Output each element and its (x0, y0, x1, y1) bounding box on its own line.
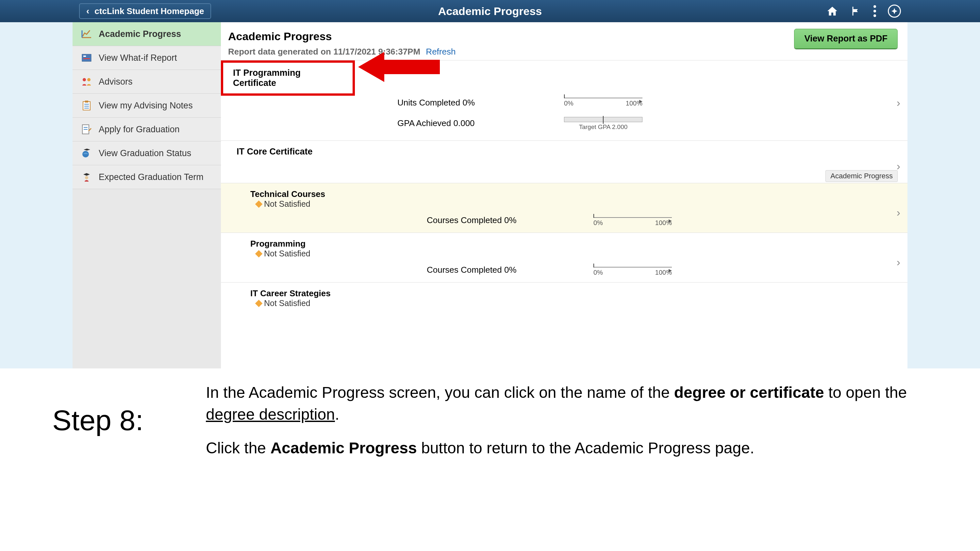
units-bar: ▸ (564, 98, 643, 98)
instruction-text: In the Academic Progress screen, you can… (206, 381, 928, 459)
svg-rect-2 (83, 58, 90, 59)
sidebar-item-advising-notes[interactable]: View my Advising Notes (73, 94, 221, 118)
not-satisfied-label: Not Satisfied (264, 299, 310, 308)
globe-cap-icon (80, 148, 93, 159)
chevron-right-icon[interactable]: › (897, 96, 900, 109)
pct-0: 0% (564, 100, 573, 107)
more-icon[interactable] (873, 5, 876, 17)
page-title: Academic Progress (438, 5, 542, 17)
main-content: Academic Progress View Report as PDF Rep… (221, 22, 907, 368)
sidebar-item-label: Academic Progress (99, 29, 181, 39)
not-satisfied-label: Not Satisfied (264, 199, 310, 209)
sidebar-item-label: Advisors (99, 77, 133, 87)
courses-bar: ▸ (593, 267, 672, 267)
svg-rect-1 (83, 56, 86, 57)
it-core-title[interactable]: IT Core Certificate (237, 147, 413, 157)
sidebar-item-advisors[interactable]: Advisors (73, 70, 221, 94)
sidebar-item-apply-grad[interactable]: Apply for Graduation (73, 118, 221, 141)
units-completed-label: Units Completed 0% (397, 98, 564, 108)
diamond-icon (255, 300, 263, 307)
not-satisfied-label: Not Satisfied (264, 249, 310, 258)
diamond-icon (255, 250, 263, 257)
pct-0: 0% (593, 269, 603, 276)
gpa-label: GPA Achieved 0.000 (397, 110, 564, 129)
refresh-link[interactable]: Refresh (426, 47, 455, 57)
tooltip: Academic Progress (826, 170, 898, 182)
sidebar-item-label: View Graduation Status (99, 148, 191, 159)
sidebar-item-whatif[interactable]: View What-if Report (73, 46, 221, 70)
sidebar-item-label: Apply for Graduation (99, 124, 180, 135)
diamond-icon (255, 200, 263, 208)
step-label: Step 8: (52, 400, 193, 440)
chevron-left-icon: ‹ (86, 6, 89, 16)
courses-bar: ▸ (593, 217, 672, 218)
gpa-target: Target GPA 2.000 (564, 124, 643, 131)
chevron-right-icon[interactable]: › (897, 206, 900, 219)
sidebar-item-label: Expected Graduation Term (99, 172, 204, 182)
svg-point-4 (87, 78, 91, 81)
flag-icon[interactable] (850, 5, 862, 17)
programming-title[interactable]: Programming (250, 239, 427, 249)
sidebar-item-grad-status[interactable]: View Graduation Status (73, 141, 221, 165)
home-icon[interactable] (826, 5, 838, 17)
sidebar-item-label: View What-if Report (99, 53, 177, 63)
svg-point-14 (85, 176, 88, 179)
report-icon (80, 52, 93, 63)
sidebar-item-expected-grad[interactable]: Expected Graduation Term (73, 165, 221, 189)
graduate-icon (80, 172, 93, 182)
it-career-title[interactable]: IT Career Strategies (250, 288, 427, 299)
sidebar-item-academic-progress[interactable]: Academic Progress (73, 22, 221, 46)
courses-completed-label: Courses Completed 0% (427, 260, 593, 275)
certificate-title-link[interactable]: IT Programming Certificate (223, 63, 353, 94)
svg-rect-0 (82, 54, 91, 61)
svg-rect-6 (85, 101, 88, 103)
compass-icon[interactable] (888, 5, 901, 17)
chart-icon (80, 29, 93, 39)
svg-point-3 (83, 78, 86, 81)
back-label: ctcLink Student Homepage (94, 6, 204, 16)
clipboard-icon (80, 100, 93, 111)
pct-0: 0% (593, 219, 603, 227)
document-pencil-icon (80, 124, 93, 135)
sidebar-item-label: View my Advising Notes (99, 101, 193, 111)
red-arrow-annotation (358, 58, 440, 76)
back-button[interactable]: ‹ ctcLink Student Homepage (79, 3, 211, 19)
sidebar: Academic Progress View What-if Report Ad… (73, 22, 221, 368)
courses-completed-label: Courses Completed 0% (427, 211, 593, 225)
view-pdf-button[interactable]: View Report as PDF (794, 29, 898, 49)
people-icon (80, 76, 93, 87)
report-prefix: Report data generated on (228, 47, 333, 57)
gpa-bar (564, 117, 643, 122)
chevron-right-icon[interactable]: › (897, 256, 900, 268)
technical-courses-title[interactable]: Technical Courses (250, 189, 427, 199)
